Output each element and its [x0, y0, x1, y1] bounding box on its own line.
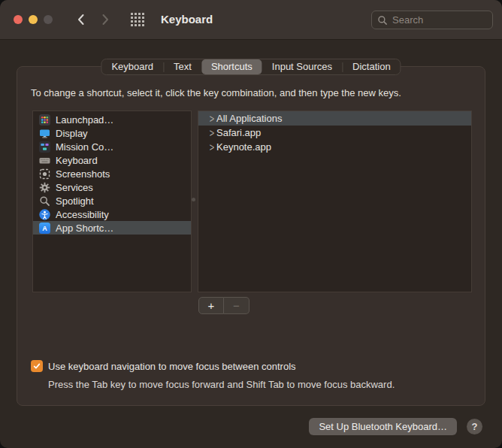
zoom-window-button [44, 15, 53, 24]
list-item-accessibility[interactable]: Accessibility [33, 207, 191, 221]
disclosure-chevron-icon[interactable]: > [207, 141, 216, 153]
tab-input-sources[interactable]: Input Sources [262, 59, 342, 74]
spotlight-magnifier-icon [39, 195, 50, 207]
list-item-launchpad[interactable]: Launchpad… [33, 113, 191, 126]
list-item-keyboard[interactable]: Keyboard [33, 153, 191, 167]
keyboard-navigation-checkbox[interactable] [31, 360, 43, 372]
instruction-text: To change a shortcut, select it, click t… [31, 87, 401, 98]
add-remove-control: + − [198, 297, 249, 314]
setup-bluetooth-keyboard-button[interactable]: Set Up Bluetooth Keyboard… [309, 418, 457, 435]
list-item-safari-app[interactable]: > Safari.app [198, 126, 471, 140]
tab-shortcuts[interactable]: Shortcuts [201, 59, 262, 74]
remove-shortcut-button: − [224, 297, 249, 314]
list-item-label: Spotlight [56, 195, 94, 207]
disclosure-chevron-icon[interactable]: > [207, 127, 216, 138]
search-icon [377, 15, 388, 26]
tab-keyboard[interactable]: Keyboard [101, 59, 163, 74]
tab-bar: Keyboard Text Shortcuts Input Sources Di… [101, 59, 401, 75]
chevron-right-icon [99, 13, 111, 26]
show-all-preferences-button[interactable] [129, 11, 146, 28]
titlebar: Keyboard [0, 0, 502, 40]
keyboard-navigation-description: Press the Tab key to move focus forward … [48, 379, 395, 390]
add-shortcut-button[interactable]: + [198, 297, 224, 314]
list-item-display[interactable]: Display [33, 126, 191, 140]
list-item-label: Accessibility [56, 209, 109, 220]
disclosure-chevron-icon[interactable]: > [207, 113, 216, 124]
list-item-label: All Applications [216, 113, 282, 124]
keyboard-icon [39, 155, 50, 166]
tab-text[interactable]: Text [164, 59, 201, 74]
scrollbar-thumb[interactable] [192, 198, 195, 201]
keyboard-navigation-label: Use keyboard navigation to move focus be… [48, 361, 296, 372]
display-icon [39, 128, 50, 139]
list-item-label: Screenshots [56, 168, 110, 180]
window-title: Keyboard [161, 0, 213, 39]
launchpad-icon [39, 114, 50, 126]
list-item-app-shortcuts[interactable]: A App Shortc… [33, 221, 191, 235]
list-item-label: Services [56, 182, 93, 193]
chevron-left-icon [75, 13, 87, 26]
list-item-label: Launchpad… [56, 114, 113, 126]
app-shortcuts-list: > All Applications > Safari.app > Keynot… [198, 110, 472, 292]
search-input[interactable] [391, 14, 484, 26]
screenshots-icon [39, 168, 50, 180]
shortcuts-panel: Keyboard Text Shortcuts Input Sources Di… [17, 66, 485, 406]
search-field[interactable] [371, 11, 493, 29]
shortcut-categories-list: Launchpad… Display Mission Co… Keyboard … [32, 110, 192, 292]
list-item-all-applications[interactable]: > All Applications [198, 111, 471, 126]
mission-control-icon [39, 141, 50, 153]
checkmark-icon [32, 362, 41, 371]
close-window-button[interactable] [14, 15, 23, 24]
keyboard-navigation-checkbox-row: Use keyboard navigation to move focus be… [31, 360, 296, 372]
svg-text:A: A [42, 225, 47, 232]
list-item-label: Keyboard [56, 155, 98, 166]
list-item-keynote-app[interactable]: > Keynote.app [198, 140, 471, 154]
list-item-mission-control[interactable]: Mission Co… [33, 140, 191, 153]
services-gear-icon [39, 182, 50, 193]
list-item-label: Safari.app [216, 127, 261, 138]
tab-dictation[interactable]: Dictation [343, 59, 401, 74]
list-item-screenshots[interactable]: Screenshots [33, 167, 191, 180]
list-item-label: App Shortc… [56, 222, 113, 234]
list-item-label: Mission Co… [56, 141, 113, 153]
minimize-window-button[interactable] [29, 15, 38, 24]
app-shortcuts-icon: A [39, 222, 50, 234]
keyboard-preferences-window: Keyboard Keyboard Text Shortcuts Input S… [0, 0, 502, 448]
list-item-label: Keynote.app [216, 141, 271, 153]
forward-button [96, 12, 114, 27]
list-item-spotlight[interactable]: Spotlight [33, 194, 191, 207]
list-item-services[interactable]: Services [33, 180, 191, 194]
help-button[interactable]: ? [467, 419, 482, 434]
list-item-label: Display [56, 128, 88, 139]
back-button[interactable] [72, 12, 90, 27]
accessibility-icon [39, 209, 50, 220]
